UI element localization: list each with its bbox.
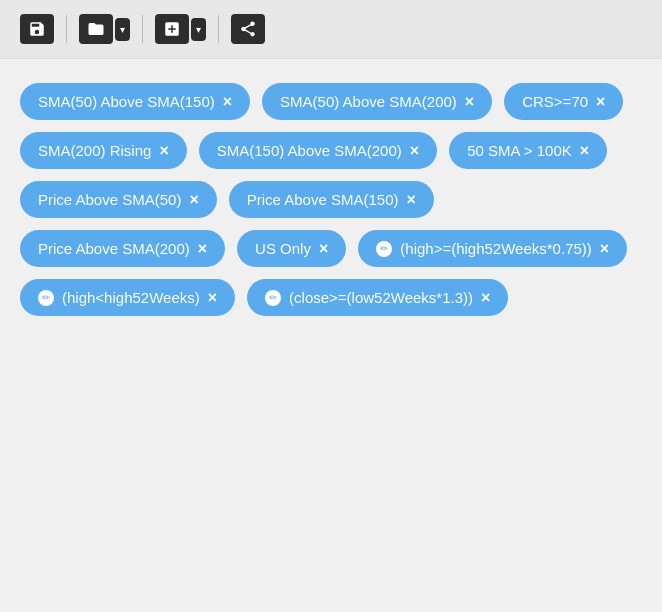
open-button[interactable]: [79, 14, 113, 44]
tag-label: 50 SMA > 100K: [467, 142, 572, 159]
tag-label: Price Above SMA(200): [38, 240, 190, 257]
add-icon: [163, 20, 181, 38]
tag-label: (high<high52Weeks): [62, 289, 200, 306]
edit-icon[interactable]: ✏: [376, 241, 392, 257]
open-dropdown-button[interactable]: ▾: [115, 18, 130, 41]
separator-1: [66, 15, 67, 43]
tag-close-button[interactable]: ×: [189, 192, 198, 208]
tag-tag-2: SMA(50) Above SMA(200)×: [262, 83, 492, 120]
edit-icon[interactable]: ✏: [265, 290, 281, 306]
tag-close-button[interactable]: ×: [596, 94, 605, 110]
separator-3: [218, 15, 219, 43]
tag-close-button[interactable]: ×: [465, 94, 474, 110]
tag-tag-8: Price Above SMA(150)×: [229, 181, 434, 218]
tag-close-button[interactable]: ×: [580, 143, 589, 159]
toolbar: ▾ ▾: [0, 0, 662, 59]
save-group: [20, 14, 54, 44]
tag-close-button[interactable]: ×: [319, 241, 328, 257]
tag-label: Price Above SMA(150): [247, 191, 399, 208]
save-icon: [28, 20, 46, 38]
tags-container: SMA(50) Above SMA(150)×SMA(50) Above SMA…: [0, 59, 662, 340]
tag-label: SMA(200) Rising: [38, 142, 151, 159]
separator-2: [142, 15, 143, 43]
tag-tag-3: CRS>=70×: [504, 83, 623, 120]
open-group: ▾: [79, 14, 130, 44]
tag-close-button[interactable]: ×: [600, 241, 609, 257]
tag-tag-1: SMA(50) Above SMA(150)×: [20, 83, 250, 120]
tag-tag-9: Price Above SMA(200)×: [20, 230, 225, 267]
tag-tag-6: 50 SMA > 100K×: [449, 132, 607, 169]
tag-label: SMA(50) Above SMA(200): [280, 93, 457, 110]
share-button[interactable]: [231, 14, 265, 44]
save-button[interactable]: [20, 14, 54, 44]
tag-label: (close>=(low52Weeks*1.3)): [289, 289, 473, 306]
tag-tag-13: ✏(close>=(low52Weeks*1.3))×: [247, 279, 508, 316]
tag-tag-5: SMA(150) Above SMA(200)×: [199, 132, 437, 169]
add-group: ▾: [155, 14, 206, 44]
tag-close-button[interactable]: ×: [407, 192, 416, 208]
add-button[interactable]: [155, 14, 189, 44]
tag-close-button[interactable]: ×: [481, 290, 490, 306]
tag-tag-4: SMA(200) Rising×: [20, 132, 187, 169]
tag-label: CRS>=70: [522, 93, 588, 110]
tag-tag-11: ✏(high>=(high52Weeks*0.75))×: [358, 230, 627, 267]
tag-label: SMA(150) Above SMA(200): [217, 142, 402, 159]
tag-label: (high>=(high52Weeks*0.75)): [400, 240, 592, 257]
tag-close-button[interactable]: ×: [198, 241, 207, 257]
tag-label: SMA(50) Above SMA(150): [38, 93, 215, 110]
tag-close-button[interactable]: ×: [208, 290, 217, 306]
add-dropdown-button[interactable]: ▾: [191, 18, 206, 41]
tag-label: Price Above SMA(50): [38, 191, 181, 208]
folder-icon: [87, 20, 105, 38]
edit-icon[interactable]: ✏: [38, 290, 54, 306]
tag-close-button[interactable]: ×: [159, 143, 168, 159]
tag-tag-12: ✏(high<high52Weeks)×: [20, 279, 235, 316]
tag-tag-10: US Only×: [237, 230, 346, 267]
share-icon: [239, 20, 257, 38]
tag-tag-7: Price Above SMA(50)×: [20, 181, 217, 218]
tag-close-button[interactable]: ×: [223, 94, 232, 110]
tag-label: US Only: [255, 240, 311, 257]
tag-close-button[interactable]: ×: [410, 143, 419, 159]
